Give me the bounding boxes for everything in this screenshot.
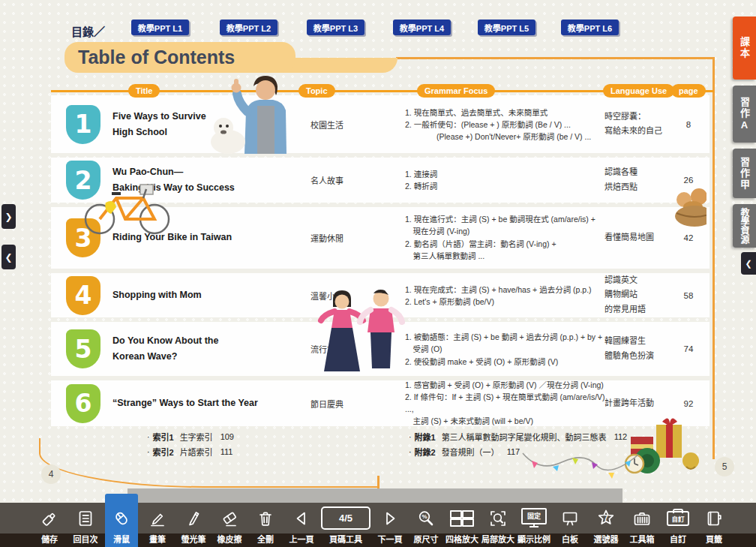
tab-teaching-resources[interactable]: 教學資源 xyxy=(733,204,756,248)
unit-language-use: 計畫跨年活動 xyxy=(604,396,670,411)
table-row: 5 Do You Know About the Korean Wave? 流行文… xyxy=(51,322,710,376)
unit-title: Shopping with Mom xyxy=(112,287,289,303)
table-row: 2 Wu Pao-Chun— Baking His Way to Success… xyxy=(51,158,710,203)
unit-language-use: 認識各種 烘焙西點 xyxy=(604,165,670,195)
tab-workbook-a[interactable]: 習作A xyxy=(733,86,756,143)
page-top-border xyxy=(396,57,714,59)
unit-number-badge: 3 xyxy=(66,218,100,257)
pencil-icon xyxy=(148,503,167,533)
unit-page-number: 42 xyxy=(672,233,705,242)
left-page-number: 4 xyxy=(41,464,61,484)
ppt-button-l6[interactable]: 教學PPT L6 xyxy=(561,20,619,35)
mouse-icon xyxy=(112,503,131,533)
toolbar-four-grid-zoom[interactable]: 四格放大 xyxy=(446,503,478,547)
right-page-number: 5 xyxy=(715,457,734,476)
unit-page-number: 58 xyxy=(672,291,705,300)
highlighter-icon xyxy=(184,503,203,533)
column-header-grammar: Grammar Focus xyxy=(417,84,495,98)
toolbar-highlighter[interactable]: 螢光筆 xyxy=(177,503,210,547)
table-row: 6 “Strange” Ways to Start the Year 節日慶典 … xyxy=(51,380,710,426)
toolbar-mouse[interactable]: 滑鼠 xyxy=(105,494,138,547)
page-back-button[interactable]: ❮ xyxy=(2,245,16,269)
toolbar-whiteboard[interactable]: 白板 xyxy=(554,503,586,547)
column-header-page: page xyxy=(671,84,706,98)
eraser-icon xyxy=(220,503,239,533)
toolbar-back-to-toc[interactable]: 回目次 xyxy=(69,503,102,547)
four-grid-icon xyxy=(448,503,476,533)
toc-menu-label: 目錄／ xyxy=(71,23,105,39)
next-page-icon xyxy=(380,503,400,533)
unit-topic: 流行文化 xyxy=(290,343,364,355)
unit-topic: 節日慶典 xyxy=(290,398,364,410)
ppt-button-l3[interactable]: 教學PPT L3 xyxy=(307,20,364,35)
column-header-language: Language Use xyxy=(603,84,674,98)
unit-number-badge: 2 xyxy=(66,161,100,200)
toolbar-save[interactable]: 儲存 xyxy=(33,503,66,547)
index-item: ‧ 索引2 片語索引 111 xyxy=(147,444,234,459)
unit-language-use: 認識英文 購物網站 的常見用語 xyxy=(604,273,670,317)
toolbar-toolbox[interactable]: 工具箱 xyxy=(626,503,658,547)
svg-text:%: % xyxy=(422,513,427,520)
zoom-percent-icon: % xyxy=(416,503,436,533)
unit-page-number: 92 xyxy=(672,399,705,408)
unit-topic: 校園生活 xyxy=(290,119,364,131)
tab-workbook-jia[interactable]: 習作甲 xyxy=(733,149,756,198)
toolbar-delete-all[interactable]: 全刪 xyxy=(249,503,282,547)
toolbar-custom[interactable]: 自訂 自訂 xyxy=(662,503,694,547)
ppt-button-l2[interactable]: 教學PPT L2 xyxy=(220,20,278,35)
unit-title: Five Ways to Survive High School xyxy=(112,108,289,140)
toolbar-original-size[interactable]: % 原尺寸 xyxy=(410,503,442,547)
page-tabs-icon xyxy=(704,503,724,533)
page-number-box: 4/5 xyxy=(321,503,370,533)
ppt-button-l4[interactable]: 教學PPT L4 xyxy=(393,20,451,35)
unit-language-use: 看懂簡易地圖 xyxy=(604,230,670,245)
ebook-reader: 目錄／ 教學PPT L1 教學PPT L2 教學PPT L3 教學PPT L4 … xyxy=(0,0,756,547)
toolbox-icon xyxy=(632,503,652,533)
toolbar-next-page[interactable]: 下一頁 xyxy=(374,503,406,547)
table-row: 3 Riding Your Bike in Taiwan 運動休閒 1. 現在進… xyxy=(51,207,710,269)
unit-grammar: 1. 感官動詞 + 受詞 (O) + 原形動詞 (V) ／現在分詞 (V-ing… xyxy=(405,379,606,428)
bullet: ‧ xyxy=(409,432,412,442)
toolbar-number-picker[interactable]: 7 選號器 xyxy=(590,503,622,547)
ppt-button-l1[interactable]: 教學PPT L1 xyxy=(131,20,189,35)
toolbar-area-zoom[interactable]: 局部放大 xyxy=(482,503,514,547)
index-list: ‧ 索引1 生字索引 109 ‧ 索引2 片語索引 111 xyxy=(147,429,234,459)
appendix-item: ‧ 附錄1 第三人稱單數動詞字尾變化規則、動詞三態表 112 xyxy=(409,429,627,444)
unit-grammar: 1. 現在簡單式、過去簡單式、未來簡單式 2. 一般祈使句：(Please + … xyxy=(405,106,606,143)
toolbar-shadow-bar xyxy=(128,488,622,503)
bullet: ‧ xyxy=(409,447,412,457)
toolbar-page-number-tool[interactable]: 4/5 頁碼工具 xyxy=(321,503,370,547)
page-indicator[interactable]: 4/5 xyxy=(321,506,370,530)
unit-grammar: 1. 被動語態：主詞 (S) + be 動詞 + 過去分詞 (p.p.) + b… xyxy=(405,331,606,368)
tab-textbook[interactable]: 課本 xyxy=(733,17,756,80)
star-number-icon: 7 xyxy=(596,503,616,533)
page-right-border xyxy=(712,57,715,459)
unit-topic: 運動休閒 xyxy=(290,232,364,244)
area-zoom-icon xyxy=(488,503,508,533)
unit-page-number: 74 xyxy=(672,344,705,353)
unit-title: “Strange” Ways to Start the Year xyxy=(112,395,289,411)
appendix-list: ‧ 附錄1 第三人稱單數動詞字尾變化規則、動詞三態表 112 ‧ 附錄2 發音規… xyxy=(409,429,627,459)
save-icon xyxy=(40,503,59,533)
unit-grammar: 1. 連接詞 2. 轉折詞 xyxy=(405,168,606,193)
unit-title: Wu Pao-Chun— Baking His Way to Success xyxy=(112,164,289,197)
toc-icon xyxy=(76,503,95,533)
toolbar-pen[interactable]: 畫筆 xyxy=(141,503,174,547)
custom-toolbox-icon: 自訂 xyxy=(667,503,689,533)
toolbar-display-ratio[interactable]: 固定 顯示比例 xyxy=(518,503,550,547)
toolbar-prev-page[interactable]: 上一頁 xyxy=(285,503,318,547)
bullet: ‧ xyxy=(147,447,150,457)
unit-topic: 溫馨小品 xyxy=(290,290,364,302)
toolbar-page-tabs[interactable]: 頁籤 xyxy=(698,503,730,547)
unit-grammar: 1. 現在進行式：主詞 (S) + be 動詞現在式 (am/are/is) +… xyxy=(405,213,606,262)
unit-language-use: 韓國練習生 體驗角色扮演 xyxy=(604,334,670,364)
unit-grammar: 1. 現在完成式：主詞 (S) + have/has + 過去分詞 (p.p.)… xyxy=(405,283,606,308)
page-forward-button[interactable]: ❯ xyxy=(2,204,16,229)
ppt-button-l5[interactable]: 教學PPT L5 xyxy=(478,20,536,35)
unit-page-number: 26 xyxy=(672,176,705,185)
toolbar-eraser[interactable]: 橡皮擦 xyxy=(213,503,246,547)
appendix-item: ‧ 附錄2 發音規則（一） 117 xyxy=(409,444,627,459)
unit-topic: 名人故事 xyxy=(290,174,364,186)
index-item: ‧ 索引1 生字索引 109 xyxy=(147,429,234,444)
collapse-panel-button[interactable]: ❮ xyxy=(741,252,756,275)
